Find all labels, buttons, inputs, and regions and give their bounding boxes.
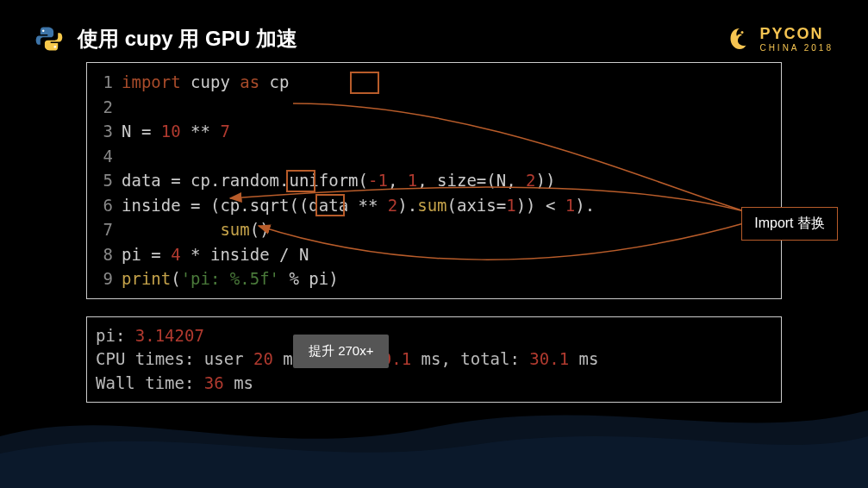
- line-number: 3: [96, 119, 113, 144]
- slide-header: 使用 cupy 用 GPU 加速 PYCON CHINA 2018: [0, 0, 868, 62]
- code-block: 1import cupy as cp 2 3N = 10 ** 7 4 5dat…: [86, 62, 782, 299]
- dragon-icon: [727, 26, 752, 52]
- brand-logo: PYCON CHINA 2018: [727, 25, 834, 53]
- slide-title: 使用 cupy 用 GPU 加速: [78, 25, 297, 53]
- svg-point-0: [42, 29, 45, 32]
- svg-point-2: [741, 31, 744, 34]
- line-number: 6: [96, 193, 113, 218]
- annotation-import-replace: Import 替换: [741, 207, 838, 241]
- python-logo-icon: [34, 24, 64, 53]
- brand-main-text: PYCON: [759, 25, 834, 43]
- output-block: pi: 3.14207 CPU times: user 20 ms, sys: …: [86, 316, 782, 404]
- line-number: 5: [96, 168, 113, 193]
- callout-speedup: 提升 270x+: [293, 335, 389, 368]
- line-number: 7: [96, 217, 113, 242]
- line-number: 2: [96, 95, 113, 120]
- line-number: 9: [96, 266, 113, 291]
- svg-point-1: [54, 46, 57, 48]
- brand-sub-text: CHINA 2018: [759, 43, 834, 53]
- line-number: 4: [96, 144, 113, 169]
- line-number: 1: [96, 70, 113, 95]
- line-number: 8: [96, 242, 113, 267]
